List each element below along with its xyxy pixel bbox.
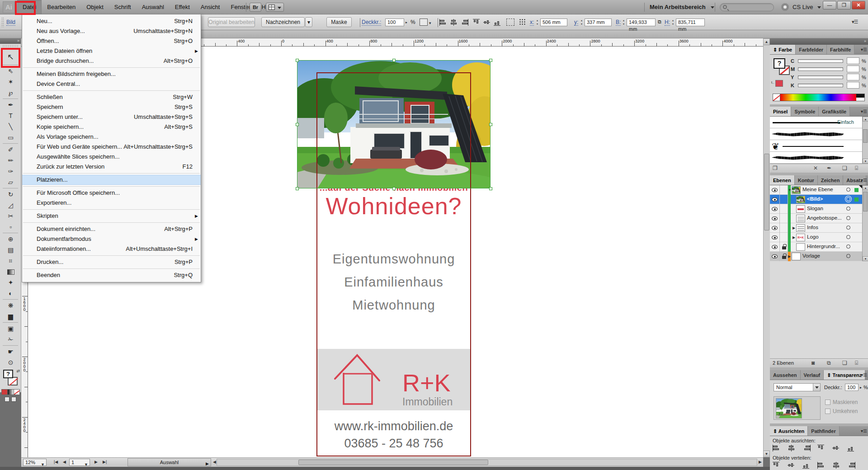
- selection-handle[interactable]: [489, 187, 492, 190]
- color-button[interactable]: [2, 390, 8, 395]
- fill-color-proxy[interactable]: ?: [3, 370, 13, 378]
- tab-kontur[interactable]: Kontur: [795, 175, 818, 185]
- align-top-icon[interactable]: [817, 445, 826, 451]
- link-dimensions-icon[interactable]: ⧉: [658, 19, 661, 25]
- mask-button[interactable]: Maske: [326, 17, 352, 27]
- visibility-cell[interactable]: [770, 223, 780, 233]
- menu-item-drucken-[interactable]: Drucken...Strg+P: [22, 257, 201, 267]
- menu-item-dokumentfarbmodus[interactable]: Dokumentfarbmodus▶: [22, 234, 201, 244]
- artboard-number-field[interactable]: 1 ▼: [69, 459, 90, 466]
- close-button[interactable]: ✕: [852, 1, 865, 9]
- perspective-grid-tool[interactable]: ▤: [0, 244, 21, 255]
- layer-row-angebotsspe[interactable]: Angebotsspe...: [770, 214, 862, 223]
- align-left-icon[interactable]: [773, 445, 781, 451]
- layer-row-infos[interactable]: ▶Infos: [770, 223, 862, 233]
- panel-grip[interactable]: [1, 17, 4, 27]
- search-input[interactable]: [720, 3, 774, 11]
- menu-item-neu-[interactable]: Neu...Strg+N: [22, 16, 201, 26]
- rotate-tool[interactable]: ↻: [0, 189, 21, 200]
- style-icon[interactable]: [420, 19, 428, 26]
- mesh-tool[interactable]: ⌗: [0, 255, 21, 266]
- tab-pathfinder[interactable]: Pathfinder: [808, 426, 839, 436]
- menu-objekt[interactable]: Objekt: [81, 0, 109, 14]
- menu-item-dateiinformationen-[interactable]: Dateiinformationen...Alt+Umschalttaste+S…: [22, 244, 201, 254]
- width-spinner[interactable]: ▴▾: [622, 19, 626, 26]
- swap-fill-stroke-icon[interactable]: ⇄: [16, 369, 20, 373]
- menu-item-zurück-zur-letzten-version[interactable]: Zurück zur letzten VersionF12: [22, 162, 201, 172]
- lock-cell[interactable]: [780, 214, 788, 223]
- target-circle-icon[interactable]: [846, 254, 850, 258]
- black-white-swatches[interactable]: [856, 94, 864, 101]
- type-tool[interactable]: T: [0, 110, 21, 121]
- panel-menu-icon[interactable]: ▾☰: [861, 178, 867, 183]
- dist-hcenter-icon[interactable]: [832, 462, 840, 469]
- menu-effekt[interactable]: Effekt: [170, 0, 195, 14]
- y-label[interactable]: y:: [574, 19, 578, 26]
- new-sublayer-icon[interactable]: ⧉: [827, 360, 831, 366]
- pencil-tool[interactable]: ✏: [0, 155, 21, 166]
- channel-slider[interactable]: [798, 84, 843, 87]
- scroll-down-icon[interactable]: ▼: [863, 256, 868, 261]
- opacity-spinner[interactable]: ▸: [406, 20, 407, 24]
- opacity-field[interactable]: 100: [385, 19, 404, 26]
- scroll-up-icon[interactable]: ▲: [763, 38, 770, 45]
- tab-zeichen[interactable]: Zeichen: [818, 175, 844, 185]
- symbol-sprayer-tool[interactable]: ❋: [0, 300, 21, 311]
- opacity-label[interactable]: Deckkr.:: [362, 19, 381, 26]
- tab-transparenz[interactable]: ⇕ Transparenz: [824, 370, 865, 380]
- scroll-up-icon[interactable]: ▲: [863, 185, 868, 190]
- visibility-cell[interactable]: [770, 233, 780, 242]
- channel-slider[interactable]: [798, 67, 843, 71]
- height-label[interactable]: H:: [665, 19, 670, 26]
- layer-name[interactable]: Slogan: [807, 206, 823, 211]
- none-swatch[interactable]: [773, 94, 780, 101]
- menu-item-ausgewählte-slices-speichern-[interactable]: Ausgewählte Slices speichern...: [22, 152, 201, 162]
- align-bottom-icon[interactable]: [847, 445, 855, 451]
- channel-slider[interactable]: [798, 59, 843, 63]
- delete-brush-icon[interactable]: ⍌: [855, 165, 858, 171]
- color-spectrum-bar[interactable]: [773, 94, 865, 101]
- live-trace-options-arrow[interactable]: ▾: [305, 17, 312, 27]
- layer-row-slogan[interactable]: Slogan: [770, 204, 862, 214]
- align-bottom-icon[interactable]: [494, 19, 502, 26]
- menu-item-dokument-einrichten-[interactable]: Dokument einrichten...Alt+Strg+P: [22, 224, 201, 234]
- menu-item-letzte-dateien-öffnen[interactable]: Letzte Dateien öffnen▶: [22, 46, 201, 56]
- panel-menu-icon[interactable]: ▾☰: [861, 109, 867, 114]
- vertical-scrollbar[interactable]: ▲ ▼: [763, 38, 770, 457]
- panel-menu-icon[interactable]: ▾☰: [861, 372, 867, 377]
- tab-grafikstile[interactable]: Grafikstile: [819, 107, 850, 117]
- first-artboard-icon[interactable]: |◀: [54, 460, 58, 464]
- tab-pinsel[interactable]: Pinsel: [770, 107, 791, 117]
- last-artboard-icon[interactable]: ▶|: [103, 460, 107, 464]
- menu-item-neu-aus-vorlage-[interactable]: Neu aus Vorlage...Umschalttaste+Strg+N: [22, 26, 201, 36]
- align-right-icon[interactable]: [802, 445, 811, 451]
- panel-menu-icon[interactable]: ▾☰: [861, 428, 867, 433]
- menu-item-kopie-speichern-[interactable]: Kopie speichern...Alt+Strg+S: [22, 122, 201, 132]
- opacity-spinner[interactable]: ▸: [860, 385, 862, 390]
- scroll-thumb[interactable]: [863, 192, 868, 212]
- blend-tool[interactable]: ◐: [0, 288, 21, 299]
- tab-verlauf[interactable]: Verlauf: [801, 370, 824, 380]
- visibility-cell[interactable]: [770, 204, 780, 214]
- layer-name[interactable]: Infos: [807, 225, 818, 230]
- shape-builder-tool[interactable]: ⊕: [0, 234, 21, 244]
- pen-tool[interactable]: ✒: [0, 99, 21, 110]
- height-spinner[interactable]: ▴▾: [671, 19, 675, 26]
- disclosure-triangle-icon[interactable]: ▶: [793, 226, 795, 230]
- opacity-field[interactable]: 100: [845, 384, 859, 391]
- fill-color-proxy[interactable]: ?: [774, 58, 785, 69]
- menu-item-für-microsoft-office-speichern-[interactable]: Für Microsoft Office speichern...: [22, 188, 201, 198]
- tab-aussehen[interactable]: Aussehen: [770, 370, 801, 380]
- gradient-tool[interactable]: [0, 266, 21, 277]
- transform-icon[interactable]: [506, 19, 514, 26]
- draw-normal-button[interactable]: [5, 397, 9, 402]
- y-spinner[interactable]: ▴▾: [580, 19, 584, 26]
- bridge-button[interactable]: Br: [250, 3, 261, 12]
- target-circle-icon[interactable]: [846, 226, 850, 230]
- menu-bearbeiten[interactable]: Bearbeiten: [42, 0, 81, 14]
- channel-value-field[interactable]: [847, 82, 859, 89]
- selection-handle[interactable]: [392, 187, 396, 190]
- eyedropper-tool[interactable]: ✦: [0, 277, 21, 288]
- channel-value-field[interactable]: [847, 74, 859, 80]
- maskieren-checkbox[interactable]: [825, 400, 830, 405]
